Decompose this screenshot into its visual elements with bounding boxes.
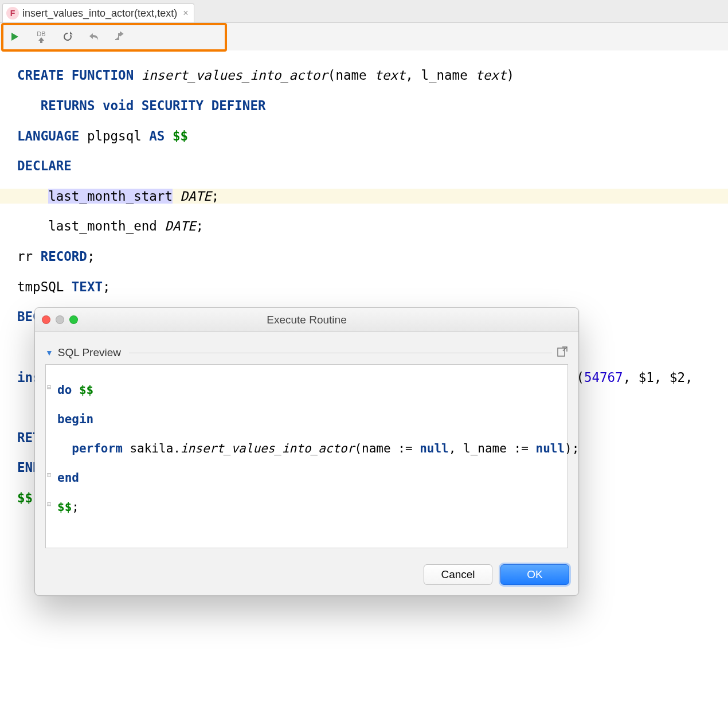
run-icon[interactable] bbox=[7, 29, 23, 45]
execute-routine-dialog: Execute Routine ▼ SQL Preview ⊟do $$ beg… bbox=[34, 307, 579, 596]
db-label: DB bbox=[37, 31, 45, 37]
svg-rect-1 bbox=[558, 348, 565, 356]
undo-icon[interactable] bbox=[86, 29, 102, 45]
tab-bar: F insert_values_into_actor(text,text) × bbox=[0, 0, 728, 23]
fold-end-icon: ⊡ bbox=[47, 471, 55, 486]
close-icon[interactable]: × bbox=[183, 8, 188, 18]
dialog-title: Execute Routine bbox=[35, 314, 578, 326]
dialog-buttons: Cancel OK bbox=[35, 556, 578, 595]
cancel-button[interactable]: Cancel bbox=[424, 564, 492, 585]
sql-preview[interactable]: ⊟do $$ begin perform sakila.insert_value… bbox=[45, 364, 568, 548]
section-header[interactable]: ▼ SQL Preview bbox=[45, 346, 568, 360]
toolbar: DB bbox=[0, 23, 728, 50]
section-label: SQL Preview bbox=[58, 346, 121, 359]
fold-end-icon: ⊡ bbox=[47, 500, 55, 515]
ok-button[interactable]: OK bbox=[500, 564, 569, 585]
step-icon[interactable] bbox=[112, 29, 128, 45]
divider bbox=[129, 353, 552, 353]
disclosure-triangle-icon[interactable]: ▼ bbox=[45, 348, 53, 357]
tab-label: insert_values_into_actor(text,text) bbox=[22, 7, 177, 19]
function-file-icon: F bbox=[6, 7, 19, 19]
db-submit-icon[interactable]: DB bbox=[33, 29, 49, 45]
edit-source-icon[interactable] bbox=[557, 346, 568, 360]
svg-marker-0 bbox=[11, 33, 18, 41]
dialog-titlebar: Execute Routine bbox=[35, 308, 578, 332]
file-tab[interactable]: F insert_values_into_actor(text,text) × bbox=[2, 3, 194, 22]
fold-marker-icon[interactable]: ⊟ bbox=[47, 383, 55, 398]
refresh-icon[interactable] bbox=[60, 29, 76, 45]
